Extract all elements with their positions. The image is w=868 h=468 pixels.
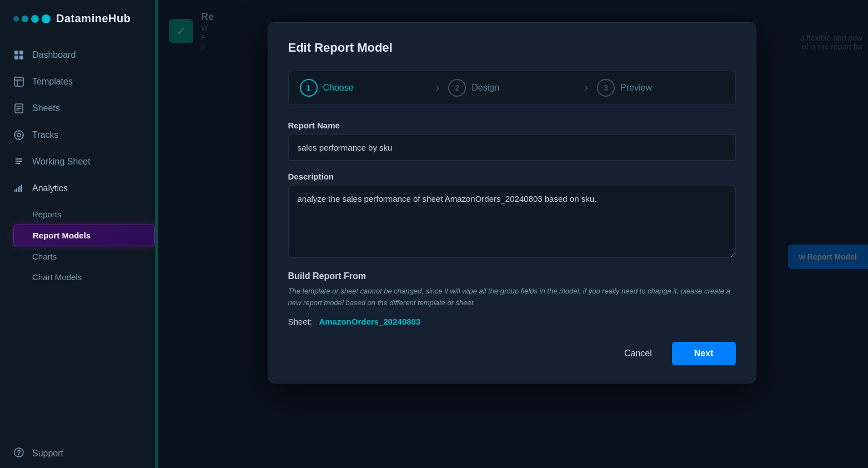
svg-rect-2	[14, 56, 18, 59]
sidebar-item-sheets[interactable]: Sheets	[0, 95, 155, 122]
cancel-button[interactable]: Cancel	[613, 343, 663, 364]
sidebar-item-chart-models[interactable]: Chart Models	[13, 267, 155, 287]
build-from-title: Build Report From	[288, 271, 736, 281]
next-button[interactable]: Next	[672, 342, 736, 365]
step-arrow-2: ›	[584, 81, 588, 95]
reports-label: Reports	[32, 210, 62, 219]
description-label: Description	[288, 172, 736, 181]
build-from-note: The template or sheet cannot be changed,…	[288, 286, 736, 309]
report-name-input[interactable]	[288, 135, 736, 161]
step-1-label: Choose	[323, 83, 354, 93]
logo-text: DatamineHub	[56, 12, 131, 25]
logo-dot-2	[22, 16, 28, 22]
sub-nav: Reports Report Models Charts Chart Model…	[0, 202, 155, 290]
sidebar-item-reports[interactable]: Reports	[13, 204, 155, 225]
svg-rect-0	[14, 51, 18, 54]
sidebar-item-report-models[interactable]: Report Models	[13, 225, 155, 246]
modal-title: Edit Report Model	[288, 41, 736, 55]
step-3: 3 Preview	[597, 79, 724, 97]
step-3-circle: 3	[597, 79, 615, 97]
analytics-icon	[13, 183, 24, 194]
modal-footer: Cancel Next	[288, 342, 736, 365]
sidebar-item-charts[interactable]: Charts	[13, 246, 155, 267]
report-models-label: Report Models	[33, 231, 91, 240]
step-3-label: Preview	[620, 83, 652, 93]
sheets-icon	[13, 103, 24, 114]
description-textarea[interactable]	[288, 186, 736, 258]
logo-dot-3	[31, 15, 39, 23]
sidebar-nav: Dashboard Templates Sheets	[0, 37, 155, 439]
support-icon	[13, 447, 24, 460]
templates-icon	[13, 76, 24, 87]
sidebar: DatamineHub Dashboard	[0, 0, 155, 468]
steps-row: 1 Choose › 2 Design › 3 Preview	[288, 71, 736, 105]
sheet-info: Sheet: AmazonOrders_20240803	[288, 317, 736, 326]
tracks-label: Tracks	[32, 130, 58, 140]
step-2: 2 Design	[448, 79, 575, 97]
step-2-label: Design	[471, 83, 499, 93]
logo-dot-1	[13, 16, 19, 22]
tracks-icon	[13, 130, 24, 141]
templates-label: Templates	[32, 77, 73, 87]
step-arrow-1: ›	[435, 81, 439, 95]
working-sheet-icon	[13, 156, 24, 167]
step-1: 1 Choose	[300, 79, 427, 97]
sidebar-item-dashboard[interactable]: Dashboard	[0, 42, 155, 68]
sidebar-item-support[interactable]: Support	[0, 439, 155, 468]
sidebar-item-templates[interactable]: Templates	[0, 68, 155, 95]
logo: DatamineHub	[0, 0, 155, 37]
charts-label: Charts	[32, 252, 57, 261]
edit-report-modal: Edit Report Model 1 Choose › 2 Design ›	[268, 22, 756, 384]
step-1-circle: 1	[300, 79, 318, 97]
sheet-prefix: Sheet:	[288, 317, 312, 326]
dashboard-icon	[13, 49, 24, 61]
sidebar-item-working-sheet[interactable]: Working Sheet	[0, 148, 155, 175]
working-sheet-label: Working Sheet	[32, 157, 91, 167]
svg-rect-4	[14, 77, 23, 86]
svg-rect-1	[19, 51, 23, 54]
logo-dots	[13, 14, 51, 23]
svg-rect-3	[19, 56, 23, 59]
main-content: ✓ Re W F n ✂ sal analyze the sales perfo…	[155, 0, 868, 468]
analytics-label: Analytics	[32, 183, 68, 193]
sheet-name: AmazonOrders_20240803	[319, 317, 420, 326]
support-label: Support	[32, 449, 63, 459]
modal-overlay: Edit Report Model 1 Choose › 2 Design ›	[155, 0, 868, 468]
chart-models-label: Chart Models	[32, 272, 82, 282]
logo-dot-4	[42, 14, 51, 23]
sheets-label: Sheets	[32, 103, 60, 113]
step-2-circle: 2	[448, 79, 466, 97]
svg-point-7	[17, 133, 21, 137]
report-name-label: Report Name	[288, 121, 736, 130]
sidebar-item-tracks[interactable]: Tracks	[0, 122, 155, 148]
dashboard-label: Dashboard	[32, 50, 76, 60]
sidebar-item-analytics[interactable]: Analytics	[0, 175, 155, 202]
